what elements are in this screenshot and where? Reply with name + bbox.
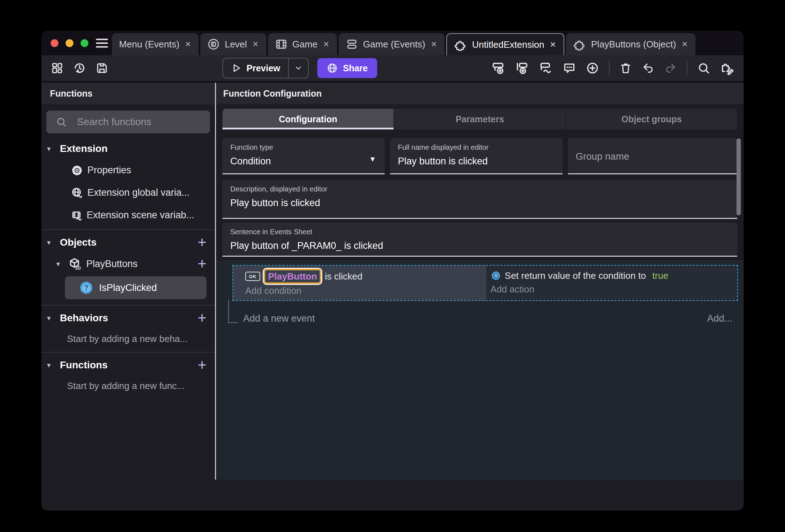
add-condition-button[interactable]: Add condition — [245, 285, 483, 296]
functions-section-header[interactable]: ▾ Functions + — [41, 355, 215, 375]
layout-panels-icon[interactable] — [51, 62, 63, 75]
preview-options-button[interactable] — [288, 58, 308, 78]
minimize-window-button[interactable] — [66, 39, 73, 47]
menu-icon[interactable] — [96, 38, 108, 48]
tab-label: PlayButtons (Object) — [591, 39, 676, 50]
tab-configuration[interactable]: Configuration — [222, 109, 394, 129]
tab-object-groups[interactable]: Object groups — [565, 109, 737, 129]
tab-label: Game (Events) — [363, 39, 425, 50]
condition-gear-icon: ? — [78, 280, 94, 296]
item-label: Extension global varia... — [87, 187, 190, 198]
edit-extension-icon[interactable] — [720, 61, 734, 75]
search-icon[interactable] — [697, 61, 710, 75]
preview-button-main[interactable]: Preview — [223, 58, 288, 78]
search-functions-field[interactable] — [46, 111, 210, 133]
behaviors-section-header[interactable]: ▾ Behaviors + — [41, 308, 215, 328]
add-object-function-button[interactable]: + — [197, 256, 206, 271]
tab-game-events[interactable]: Game (Events) × — [339, 33, 445, 55]
behaviors-empty-text: Start by adding a new beha... — [41, 328, 215, 349]
field-label: Full name displayed in editor — [398, 143, 555, 152]
share-label: Share — [343, 63, 368, 73]
field-value: Play button is clicked — [230, 198, 729, 209]
zoom-window-button[interactable] — [81, 39, 88, 47]
action-text: Set return value of the condition to — [505, 270, 646, 281]
function-configuration-panel: Function Configuration Configuration Par… — [216, 83, 744, 480]
redo-icon[interactable] — [664, 62, 677, 75]
item-label: PlayButtons — [86, 259, 138, 270]
functions-section: ▾ Functions + Start by adding a new func… — [41, 353, 215, 399]
add-subevent-icon[interactable] — [515, 61, 529, 75]
add-event-row: Add a new event Add... — [221, 313, 738, 324]
add-action-button[interactable]: Add action — [491, 284, 734, 295]
chevron-down-icon[interactable]: ▾ — [47, 361, 53, 369]
sidebar-item-properties[interactable]: Properties — [41, 159, 215, 181]
tab-close-icon[interactable]: × — [549, 40, 556, 50]
chevron-down-icon[interactable]: ▾ — [56, 260, 63, 268]
sidebar-item-isplayclicked[interactable]: ? IsPlayClicked — [65, 276, 206, 299]
dropdown-arrow-icon: ▼ — [369, 155, 376, 163]
search-input[interactable] — [77, 116, 204, 128]
sidebar-item-extension-global-variables[interactable]: Extension global varia... — [41, 181, 215, 204]
objects-section: ▾ Objects + ▾ 2D PlayButtons + ? — [41, 230, 215, 306]
tab-close-icon[interactable]: × — [430, 39, 437, 49]
tab-close-icon[interactable]: × — [681, 39, 688, 49]
tab-untitled-extension[interactable]: UntitledExtension × — [446, 33, 564, 55]
add-circle-icon[interactable] — [586, 61, 599, 75]
chevron-down-icon[interactable]: ▾ — [47, 238, 53, 247]
description-field[interactable]: Description, displayed in editor Play bu… — [222, 180, 737, 219]
field-label: Function type — [230, 143, 377, 152]
sidebar-item-playbuttons[interactable]: ▾ 2D PlayButtons + — [41, 253, 215, 275]
add-new-event-button[interactable]: Add a new event — [243, 313, 315, 324]
add-menu-button[interactable]: Add... — [707, 313, 738, 324]
toolbar: Preview Share — [41, 55, 744, 81]
behaviors-section: ▾ Behaviors + Start by adding a new beha… — [41, 306, 215, 353]
item-label: Extension scene variab... — [87, 210, 194, 221]
content-area: Functions ▾ Extension Properties — [41, 81, 744, 480]
history-icon[interactable] — [73, 61, 86, 75]
add-other-event-icon[interactable] — [539, 61, 553, 75]
tab-game[interactable]: Game × — [268, 33, 337, 55]
event-conditions-column[interactable]: OK PlayButton is clicked Add condition — [233, 266, 486, 300]
globe-icon — [327, 62, 338, 74]
event-actions-column[interactable]: G Set return value of the condition to t… — [486, 266, 737, 300]
tab-label: Level — [225, 39, 247, 50]
event-row-selected[interactable]: OK PlayButton is clicked Add condition G… — [232, 265, 738, 301]
chevron-down-icon[interactable]: ▾ — [47, 314, 53, 322]
save-icon[interactable] — [96, 62, 108, 75]
tab-level[interactable]: Level × — [200, 33, 266, 55]
function-type-select[interactable]: Function type Condition ▼ — [222, 138, 385, 174]
preview-button[interactable]: Preview — [222, 58, 309, 78]
preview-label: Preview — [247, 63, 281, 73]
tab-playbuttons-object[interactable]: PlayButtons (Object) × — [566, 33, 696, 55]
add-event-icon[interactable] — [491, 61, 505, 75]
tab-menu-events[interactable]: Menu (Events) × — [112, 33, 199, 55]
add-function-button[interactable]: + — [197, 358, 206, 373]
add-comment-icon[interactable] — [563, 61, 576, 75]
extension-section-header[interactable]: ▾ Extension — [41, 138, 215, 159]
tab-close-icon[interactable]: × — [252, 39, 259, 49]
gdevelop-gear-icon: G — [491, 270, 501, 281]
field-label: Sentence in Events Sheet — [230, 228, 729, 236]
group-name-field[interactable]: Group name — [568, 138, 737, 174]
share-button[interactable]: Share — [317, 58, 377, 78]
chevron-down-icon[interactable]: ▾ — [47, 144, 53, 153]
vertical-scrollbar[interactable] — [737, 138, 741, 215]
sidebar-item-extension-scene-variables[interactable]: Extension scene variab... — [41, 204, 215, 226]
trash-icon[interactable] — [619, 62, 632, 75]
tab-close-icon[interactable]: × — [184, 39, 191, 49]
puzzle-icon — [454, 38, 467, 51]
object-parameter-chip[interactable]: PlayButton — [264, 269, 321, 284]
tab-parameters[interactable]: Parameters — [394, 109, 565, 129]
objects-section-header[interactable]: ▾ Objects + — [41, 232, 215, 253]
sentence-field[interactable]: Sentence in Events Sheet Play button of … — [222, 222, 737, 257]
close-window-button[interactable] — [51, 39, 58, 47]
add-object-button[interactable]: + — [197, 235, 206, 250]
sidebar-title: Functions — [50, 88, 92, 99]
tab-close-icon[interactable]: × — [323, 39, 330, 49]
full-name-field[interactable]: Full name displayed in editor Play butto… — [390, 138, 563, 174]
search-icon — [56, 116, 67, 128]
undo-icon[interactable] — [642, 62, 655, 75]
add-behavior-button[interactable]: + — [197, 311, 206, 326]
section-title: Functions — [60, 359, 108, 371]
extension-section: ▾ Extension Properties Extension global … — [41, 136, 215, 230]
